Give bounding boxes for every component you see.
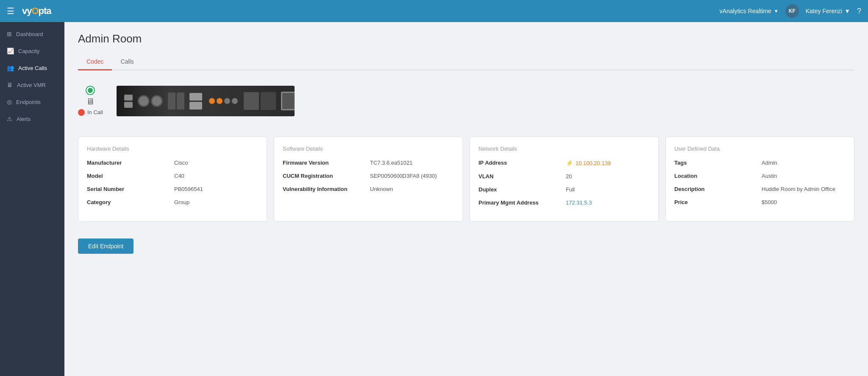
sidebar-item-label: Dashboard: [16, 31, 43, 37]
price-label: Price: [674, 199, 758, 205]
primary-mgmt-value[interactable]: 172.31.5.3: [566, 199, 650, 206]
cucm-label: CUCM Registration: [283, 173, 367, 179]
topnav: ☰ vyOpta vAnalytics Realtime ▼ KF Katey …: [0, 0, 868, 22]
app-selector-label: vAnalytics Realtime: [720, 8, 771, 14]
description-value: Huddle Room by Admin Office: [762, 186, 846, 192]
model-row: Model C40: [87, 173, 258, 179]
manufacturer-value: Cisco: [174, 160, 258, 166]
hardware-details-title: Hardware Details: [87, 146, 258, 152]
port-group-7: [281, 92, 295, 110]
manufacturer-row: Manufacturer Cisco: [87, 160, 258, 166]
in-call-label: In Call: [87, 109, 103, 115]
status-green-dot: [86, 87, 94, 94]
tags-value: Admin: [762, 160, 846, 166]
endpoints-icon: ◎: [7, 98, 12, 105]
software-details-title: Software Details: [283, 146, 454, 152]
port-group-3: [168, 93, 184, 109]
serial-number-value: PB0596541: [174, 186, 258, 192]
location-label: Location: [674, 173, 758, 179]
port-rect-group: [189, 93, 202, 109]
lightning-icon: ⚡: [566, 160, 573, 166]
tabs: Codec Calls: [78, 54, 854, 70]
codec-image-inner: [117, 86, 295, 116]
tab-codec[interactable]: Codec: [78, 54, 112, 70]
sidebar-item-label: Endpoints: [16, 99, 41, 105]
topnav-left: ☰ vyOpta: [7, 6, 51, 17]
capacity-icon: 📈: [7, 48, 14, 54]
port-group-5: [209, 98, 238, 104]
category-label: Category: [87, 199, 171, 205]
chevron-down-icon: ▼: [844, 8, 850, 14]
sidebar-item-capacity[interactable]: 📈 Capacity: [0, 42, 64, 59]
ip-label: IP Address: [479, 160, 562, 166]
chevron-down-icon: ▼: [774, 8, 779, 14]
help-icon[interactable]: ?: [857, 7, 861, 16]
cucm-value: SEP0050600D3FA8 (4930): [370, 173, 454, 179]
alerts-icon: ⚠: [7, 115, 12, 122]
logo: vyOpta: [22, 6, 51, 17]
price-value: $5000: [762, 199, 846, 205]
vulnerability-row: Vulnerability Information Unknown: [283, 186, 454, 192]
vulnerability-value: Unknown: [370, 186, 454, 192]
primary-mgmt-label: Primary Mgmt Address: [479, 199, 562, 206]
port-group-1: [124, 95, 133, 108]
firmware-row: Firmware Version TC7.3.6.ea51021: [283, 160, 454, 166]
location-row: Location Austin: [674, 173, 846, 179]
tab-calls[interactable]: Calls: [112, 54, 142, 70]
port-group-6: [244, 92, 276, 110]
page-title: Admin Room: [78, 32, 854, 45]
in-call-badge: In Call: [78, 109, 103, 116]
edit-endpoint-button[interactable]: Edit Endpoint: [78, 239, 134, 254]
sidebar-item-alerts[interactable]: ⚠ Alerts: [0, 110, 64, 127]
dashboard-icon: ⊞: [7, 31, 12, 37]
primary-mgmt-row: Primary Mgmt Address 172.31.5.3: [479, 199, 650, 206]
sidebar-item-label: Capacity: [18, 48, 40, 54]
codec-section: 🖥 In Call: [78, 79, 854, 123]
active-calls-icon: 👥: [7, 65, 14, 71]
location-value: Austin: [762, 173, 846, 179]
sidebar-item-active-vmr[interactable]: 🖥 Active VMR: [0, 76, 64, 93]
user-menu[interactable]: Katey Ferenzi ▼: [806, 8, 850, 14]
duplex-row: Duplex Full: [479, 186, 650, 193]
main-content: Admin Room Codec Calls 🖥 In Call: [64, 22, 868, 376]
app-selector[interactable]: vAnalytics Realtime ▼: [720, 8, 779, 14]
firmware-label: Firmware Version: [283, 160, 367, 166]
sidebar-item-active-calls[interactable]: 👥 Active Calls: [0, 59, 64, 76]
manufacturer-label: Manufacturer: [87, 160, 171, 166]
sidebar-item-label: Active VMR: [17, 82, 46, 88]
category-value: Group: [174, 199, 258, 205]
duplex-label: Duplex: [479, 186, 562, 193]
sidebar-item-label: Active Calls: [18, 65, 47, 71]
hardware-details-card: Hardware Details Manufacturer Cisco Mode…: [78, 137, 267, 222]
tags-row: Tags Admin: [674, 160, 846, 166]
serial-number-label: Serial Number: [87, 186, 171, 192]
details-grid: Hardware Details Manufacturer Cisco Mode…: [78, 137, 854, 222]
sidebar-item-label: Alerts: [17, 116, 31, 122]
vlan-value: 20: [566, 173, 650, 180]
serial-number-row: Serial Number PB0596541: [87, 186, 258, 192]
user-defined-data-card: User Defined Data Tags Admin Location Au…: [665, 137, 854, 222]
vulnerability-label: Vulnerability Information: [283, 186, 367, 192]
active-vmr-icon: 🖥: [7, 81, 13, 88]
codec-image: [117, 86, 295, 116]
rack-ports: [117, 86, 295, 116]
tags-label: Tags: [674, 160, 758, 166]
price-row: Price $5000: [674, 199, 846, 205]
port-group-2: [138, 95, 163, 107]
sidebar-item-endpoints[interactable]: ◎ Endpoints: [0, 93, 64, 110]
red-dot-icon: [78, 109, 85, 116]
sidebar: ⊞ Dashboard 📈 Capacity 👥 Active Calls 🖥 …: [0, 22, 64, 376]
network-details-title: Network Details: [479, 146, 650, 152]
firmware-value: TC7.3.6.ea51021: [370, 160, 454, 166]
ip-value[interactable]: ⚡ 10.100.20.139: [566, 160, 650, 166]
sidebar-item-dashboard[interactable]: ⊞ Dashboard: [0, 25, 64, 42]
vlan-label: VLAN: [479, 173, 562, 180]
network-details-card: Network Details IP Address ⚡ 10.100.20.1…: [470, 137, 659, 222]
description-row: Description Huddle Room by Admin Office: [674, 186, 846, 192]
software-details-card: Software Details Firmware Version TC7.3.…: [274, 137, 463, 222]
category-row: Category Group: [87, 199, 258, 205]
model-value: C40: [174, 173, 258, 179]
hamburger-button[interactable]: ☰: [7, 6, 14, 16]
cucm-row: CUCM Registration SEP0050600D3FA8 (4930): [283, 173, 454, 179]
vlan-row: VLAN 20: [479, 173, 650, 180]
